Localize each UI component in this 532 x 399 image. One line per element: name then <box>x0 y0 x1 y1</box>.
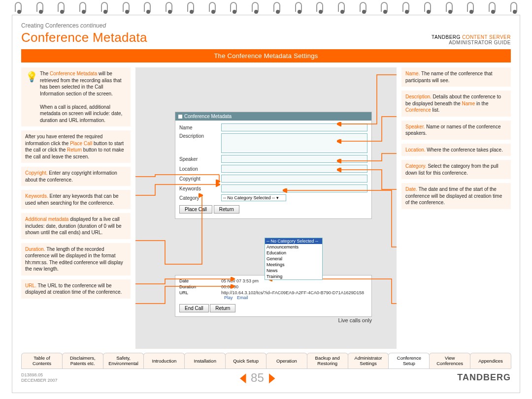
info-card: Additional metadata displayed for a live… <box>21 213 131 239</box>
info-card: Category. Select the category from the p… <box>401 160 511 179</box>
nav-tab[interactable]: AdministratorSettings <box>348 353 389 368</box>
label-url: URL <box>179 290 221 300</box>
select-category[interactable]: -- No Category Selected -- ▾ <box>221 194 286 201</box>
category-option[interactable]: Meetings <box>265 262 322 268</box>
category-option[interactable]: -- No Category Selected -- <box>265 238 322 244</box>
lightbulb-icon: 💡 <box>25 70 38 83</box>
info-card: Copyright. Enter any copyright informati… <box>21 167 131 186</box>
info-card: URL. The URL to the conference will be d… <box>21 279 131 299</box>
category-option[interactable]: Training <box>265 274 322 279</box>
live-metadata-panel: Date05 Nov 07 3:53 pm Duration00:00:00 U… <box>175 275 372 317</box>
place-call-button[interactable]: Place Call <box>179 205 212 214</box>
info-card: Name. The name of the conference that pa… <box>401 67 511 87</box>
nav-tab[interactable]: Quick Setup <box>225 353 266 368</box>
info-card: Duration. The length of the recorded con… <box>21 243 131 276</box>
brand-block: TANDBERG CONTENT SERVER ADMINISTRATOR GU… <box>432 34 511 45</box>
footer-nav: Table ofContentsDisclaimers,Patents etc.… <box>21 353 511 368</box>
nav-tab[interactable]: Installation <box>184 353 226 368</box>
nav-tab[interactable]: Backup andRestoring <box>307 353 348 368</box>
input-description[interactable] <box>221 133 367 153</box>
input-speaker[interactable] <box>221 155 367 163</box>
pager: ◀ 85 ▶ <box>240 371 275 385</box>
nav-tab[interactable]: Table ofContents <box>21 353 63 368</box>
info-card: 💡The Conference Metadata will be retriev… <box>21 67 131 126</box>
center-preview: Conference Metadata Name Description Spe… <box>135 67 397 349</box>
left-column: 💡The Conference Metadata will be retriev… <box>21 67 131 349</box>
label-keywords: Keywords <box>179 186 221 191</box>
info-card: Keywords. Enter any keywords that can be… <box>21 190 131 209</box>
nav-tab[interactable]: Appendices <box>470 353 511 368</box>
input-keywords[interactable] <box>221 184 367 192</box>
nav-tab[interactable]: Operation <box>266 353 307 368</box>
return-button[interactable]: Return <box>214 205 239 214</box>
nav-tab[interactable]: ConferenceSetup <box>388 353 430 368</box>
brand-logo: TANDBERG <box>457 372 511 383</box>
next-page-icon[interactable]: ▶ <box>269 370 275 385</box>
live-caption: Live calls only <box>175 317 372 323</box>
breadcrumb: Creating Conferences continued <box>21 22 147 29</box>
input-copyright[interactable] <box>221 175 367 183</box>
label-name: Name <box>179 125 221 130</box>
nav-tab[interactable]: Introduction <box>143 353 185 368</box>
prev-page-icon[interactable]: ◀ <box>240 370 246 385</box>
label-copyright: Copyright <box>179 176 221 182</box>
label-category: Category <box>179 195 221 201</box>
form-header: Conference Metadata <box>175 112 371 121</box>
page-title: Conference Metadata <box>21 30 147 45</box>
nav-tab[interactable]: Safety,Environmental <box>103 353 144 368</box>
email-link[interactable]: Email <box>237 295 248 300</box>
value-url: http://10.64.3.102/tcs/?id=FAC09EA9-A2FF… <box>221 290 367 300</box>
return-button-2[interactable]: Return <box>210 304 235 312</box>
info-card: Speaker. Name or names of the conference… <box>401 121 511 140</box>
end-call-button[interactable]: End Call <box>179 304 209 312</box>
category-option[interactable]: News <box>265 268 322 274</box>
play-link[interactable]: Play <box>224 295 233 300</box>
doc-info: D13898.05DECEMBER 2007 <box>21 372 58 383</box>
label-description: Description <box>179 133 221 139</box>
category-dropdown[interactable]: -- No Category Selected --AnnouncementsE… <box>265 238 323 280</box>
collapse-icon <box>178 115 182 119</box>
category-option[interactable]: General <box>265 256 322 262</box>
nav-tab[interactable]: Disclaimers,Patents etc. <box>62 353 103 368</box>
category-option[interactable]: Announcements <box>265 244 322 250</box>
info-card: Location. Where the conference takes pla… <box>401 144 511 156</box>
label-duration: Duration <box>179 284 221 289</box>
input-location[interactable] <box>221 165 367 173</box>
nav-tab[interactable]: ViewConferences <box>429 353 470 368</box>
info-card: Date. The date and time of the start of … <box>401 183 511 209</box>
label-speaker: Speaker <box>179 156 221 162</box>
label-location: Location <box>179 166 221 172</box>
section-banner: The Conference Metadata Settings <box>21 49 511 62</box>
info-card: After you have entered the required info… <box>21 130 131 163</box>
page-number: 85 <box>251 371 264 385</box>
label-date: Date <box>179 278 221 283</box>
info-card: Description. Details about the conferenc… <box>401 91 511 117</box>
page: Creating Conferences continued Conferenc… <box>12 15 520 393</box>
form-conference-metadata: Conference Metadata Name Description Spe… <box>175 112 372 219</box>
category-option[interactable]: Education <box>265 250 322 256</box>
value-duration: 00:00:00 <box>221 284 367 289</box>
input-name[interactable] <box>221 123 367 131</box>
right-column: Name. The name of the conference that pa… <box>401 67 511 349</box>
